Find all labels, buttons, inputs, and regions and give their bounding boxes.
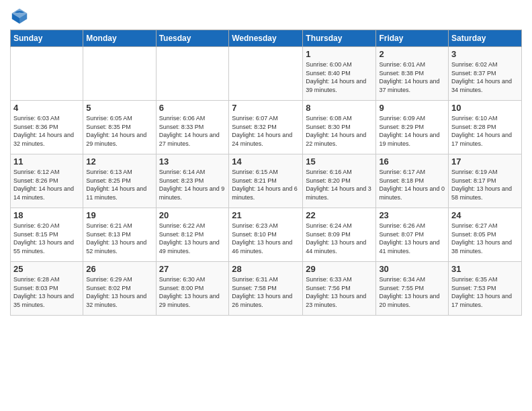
calendar-cell: 5Sunrise: 6:05 AM Sunset: 8:35 PM Daylig… — [83, 101, 156, 154]
calendar-cell: 28Sunrise: 6:31 AM Sunset: 7:58 PM Dayli… — [229, 262, 303, 316]
week-row-5: 25Sunrise: 6:28 AM Sunset: 8:03 PM Dayli… — [11, 262, 522, 316]
day-number: 10 — [451, 103, 519, 113]
day-header-thursday: Thursday — [303, 30, 376, 47]
calendar-cell: 31Sunrise: 6:35 AM Sunset: 7:53 PM Dayli… — [449, 262, 522, 316]
day-header-sunday: Sunday — [11, 30, 83, 47]
week-row-4: 18Sunrise: 6:20 AM Sunset: 8:15 PM Dayli… — [11, 208, 522, 262]
day-info: Sunrise: 6:13 AM Sunset: 8:25 PM Dayligh… — [86, 168, 152, 201]
day-number: 25 — [13, 264, 80, 274]
calendar-cell — [229, 47, 303, 101]
day-number: 21 — [232, 210, 300, 220]
day-number: 20 — [159, 210, 226, 220]
day-info: Sunrise: 6:10 AM Sunset: 8:28 PM Dayligh… — [451, 114, 519, 148]
day-info: Sunrise: 6:23 AM Sunset: 8:10 PM Dayligh… — [232, 222, 300, 255]
calendar-cell: 14Sunrise: 6:15 AM Sunset: 8:21 PM Dayli… — [229, 154, 303, 208]
day-number: 7 — [232, 103, 300, 113]
day-info: Sunrise: 6:35 AM Sunset: 7:53 PM Dayligh… — [451, 275, 519, 309]
calendar-cell: 19Sunrise: 6:21 AM Sunset: 8:13 PM Dayli… — [83, 208, 156, 262]
calendar-cell: 4Sunrise: 6:03 AM Sunset: 8:36 PM Daylig… — [11, 101, 83, 154]
day-number: 31 — [451, 264, 519, 274]
day-info: Sunrise: 6:03 AM Sunset: 8:36 PM Dayligh… — [13, 114, 80, 148]
calendar-cell: 13Sunrise: 6:14 AM Sunset: 8:23 PM Dayli… — [156, 154, 229, 208]
day-number: 12 — [86, 156, 152, 167]
day-info: Sunrise: 6:29 AM Sunset: 8:02 PM Dayligh… — [86, 275, 152, 309]
day-number: 28 — [232, 264, 300, 274]
day-number: 19 — [86, 210, 152, 220]
day-number: 16 — [379, 156, 445, 167]
day-info: Sunrise: 6:06 AM Sunset: 8:33 PM Dayligh… — [159, 114, 226, 148]
calendar-table: SundayMondayTuesdayWednesdayThursdayFrid… — [10, 30, 522, 316]
calendar-cell: 17Sunrise: 6:19 AM Sunset: 8:17 PM Dayli… — [449, 154, 522, 208]
day-info: Sunrise: 6:27 AM Sunset: 8:05 PM Dayligh… — [451, 222, 519, 255]
header-row: SundayMondayTuesdayWednesdayThursdayFrid… — [11, 30, 522, 47]
calendar-cell: 21Sunrise: 6:23 AM Sunset: 8:10 PM Dayli… — [229, 208, 303, 262]
day-number: 2 — [379, 49, 445, 59]
week-row-3: 11Sunrise: 6:12 AM Sunset: 8:26 PM Dayli… — [11, 154, 522, 208]
week-row-1: 1Sunrise: 6:00 AM Sunset: 8:40 PM Daylig… — [11, 47, 522, 101]
calendar-cell: 22Sunrise: 6:24 AM Sunset: 8:09 PM Dayli… — [303, 208, 376, 262]
day-number: 11 — [13, 156, 80, 167]
calendar-cell: 6Sunrise: 6:06 AM Sunset: 8:33 PM Daylig… — [156, 101, 229, 154]
day-info: Sunrise: 6:26 AM Sunset: 8:07 PM Dayligh… — [379, 222, 445, 255]
day-number: 1 — [306, 49, 373, 59]
calendar-cell: 1Sunrise: 6:00 AM Sunset: 8:40 PM Daylig… — [303, 47, 376, 101]
day-number: 24 — [451, 210, 519, 220]
day-info: Sunrise: 6:05 AM Sunset: 8:35 PM Dayligh… — [86, 114, 152, 148]
header — [10, 7, 522, 26]
day-info: Sunrise: 6:24 AM Sunset: 8:09 PM Dayligh… — [306, 222, 373, 255]
calendar-cell: 29Sunrise: 6:33 AM Sunset: 7:56 PM Dayli… — [303, 262, 376, 316]
calendar-cell: 25Sunrise: 6:28 AM Sunset: 8:03 PM Dayli… — [11, 262, 83, 316]
calendar-cell: 7Sunrise: 6:07 AM Sunset: 8:32 PM Daylig… — [229, 101, 303, 154]
calendar-cell: 11Sunrise: 6:12 AM Sunset: 8:26 PM Dayli… — [11, 154, 83, 208]
day-number: 30 — [379, 264, 445, 274]
day-info: Sunrise: 6:12 AM Sunset: 8:26 PM Dayligh… — [13, 168, 80, 201]
calendar-cell: 15Sunrise: 6:16 AM Sunset: 8:20 PM Dayli… — [303, 154, 376, 208]
calendar-cell: 16Sunrise: 6:17 AM Sunset: 8:18 PM Dayli… — [376, 154, 449, 208]
calendar-cell — [83, 47, 156, 101]
calendar-cell: 27Sunrise: 6:30 AM Sunset: 8:00 PM Dayli… — [156, 262, 229, 316]
day-number: 14 — [232, 156, 300, 167]
day-info: Sunrise: 6:31 AM Sunset: 7:58 PM Dayligh… — [232, 275, 300, 309]
calendar-cell: 12Sunrise: 6:13 AM Sunset: 8:25 PM Dayli… — [83, 154, 156, 208]
day-info: Sunrise: 6:28 AM Sunset: 8:03 PM Dayligh… — [13, 275, 80, 309]
day-info: Sunrise: 6:17 AM Sunset: 8:18 PM Dayligh… — [379, 168, 445, 201]
day-number: 9 — [379, 103, 445, 113]
logo-icon — [10, 7, 29, 26]
day-header-wednesday: Wednesday — [229, 30, 303, 47]
calendar-cell — [156, 47, 229, 101]
calendar-cell: 2Sunrise: 6:01 AM Sunset: 8:38 PM Daylig… — [376, 47, 449, 101]
day-info: Sunrise: 6:09 AM Sunset: 8:29 PM Dayligh… — [379, 114, 445, 148]
day-header-saturday: Saturday — [449, 30, 522, 47]
day-info: Sunrise: 6:16 AM Sunset: 8:20 PM Dayligh… — [306, 168, 373, 201]
day-number: 27 — [159, 264, 226, 274]
day-info: Sunrise: 6:07 AM Sunset: 8:32 PM Dayligh… — [232, 114, 300, 148]
day-info: Sunrise: 6:14 AM Sunset: 8:23 PM Dayligh… — [159, 168, 226, 201]
day-info: Sunrise: 6:19 AM Sunset: 8:17 PM Dayligh… — [451, 168, 519, 201]
day-number: 23 — [379, 210, 445, 220]
day-number: 5 — [86, 103, 152, 113]
day-number: 15 — [306, 156, 373, 167]
day-header-monday: Monday — [83, 30, 156, 47]
day-info: Sunrise: 6:01 AM Sunset: 8:38 PM Dayligh… — [379, 60, 445, 94]
day-info: Sunrise: 6:30 AM Sunset: 8:00 PM Dayligh… — [159, 275, 226, 309]
day-number: 4 — [13, 103, 80, 113]
calendar-cell: 23Sunrise: 6:26 AM Sunset: 8:07 PM Dayli… — [376, 208, 449, 262]
main-container: SundayMondayTuesdayWednesdayThursdayFrid… — [0, 0, 532, 319]
day-number: 22 — [306, 210, 373, 220]
day-info: Sunrise: 6:20 AM Sunset: 8:15 PM Dayligh… — [13, 222, 80, 255]
day-header-tuesday: Tuesday — [156, 30, 229, 47]
calendar-cell: 26Sunrise: 6:29 AM Sunset: 8:02 PM Dayli… — [83, 262, 156, 316]
calendar-cell: 3Sunrise: 6:02 AM Sunset: 8:37 PM Daylig… — [449, 47, 522, 101]
day-info: Sunrise: 6:15 AM Sunset: 8:21 PM Dayligh… — [232, 168, 300, 201]
day-info: Sunrise: 6:00 AM Sunset: 8:40 PM Dayligh… — [306, 60, 373, 94]
day-info: Sunrise: 6:02 AM Sunset: 8:37 PM Dayligh… — [451, 60, 519, 94]
calendar-cell — [11, 47, 83, 101]
day-info: Sunrise: 6:33 AM Sunset: 7:56 PM Dayligh… — [306, 275, 373, 309]
day-header-friday: Friday — [376, 30, 449, 47]
calendar-cell: 9Sunrise: 6:09 AM Sunset: 8:29 PM Daylig… — [376, 101, 449, 154]
calendar-cell: 18Sunrise: 6:20 AM Sunset: 8:15 PM Dayli… — [11, 208, 83, 262]
calendar-cell: 8Sunrise: 6:08 AM Sunset: 8:30 PM Daylig… — [303, 101, 376, 154]
day-info: Sunrise: 6:21 AM Sunset: 8:13 PM Dayligh… — [86, 222, 152, 255]
calendar-cell: 24Sunrise: 6:27 AM Sunset: 8:05 PM Dayli… — [449, 208, 522, 262]
day-number: 8 — [306, 103, 373, 113]
